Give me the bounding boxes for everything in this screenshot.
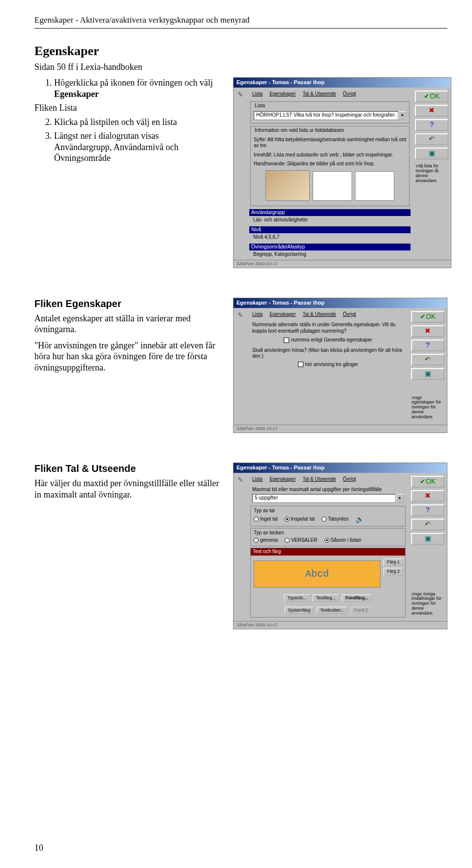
farg1-button[interactable]: Färg 1 [384, 558, 403, 566]
radio-versaler-label: VERSALER [291, 537, 317, 544]
undo-button[interactable]: ↶ [411, 354, 444, 366]
radio-inget-label: Inget tal [260, 516, 278, 523]
systemfarg-button[interactable]: Systemfärg [285, 607, 314, 614]
fond2-button[interactable]: Fond 2 [351, 607, 371, 614]
typsnitt-button[interactable]: Typsnitt... [284, 594, 310, 602]
speaker-icon[interactable] [355, 515, 364, 524]
tab-bar-3: Lista Egenskaper Tal & Utseende Övrigt [249, 475, 407, 485]
right-caption-2: Ange egenskaper för övningen för denne a… [411, 394, 445, 422]
empty-box-2 [355, 171, 394, 201]
maxline: Maximal tid eller maximalt antal uppgift… [249, 485, 407, 495]
screenshot-tal-utseende: Egenskaper - Tomas - Passar ihop Lista E… [233, 463, 447, 629]
tool-button[interactable]: ▣ [415, 148, 448, 159]
shot1-footer: 32bit/Ver 2000-10-17 [234, 260, 451, 268]
tab-tal-utseende[interactable]: Tal & Utseende [303, 311, 336, 318]
shot3-footer: 32bit/Ver 2000-10-17 [234, 621, 447, 629]
fondfarg-button[interactable]: Fondfärg... [342, 594, 372, 602]
radio-talsyntes[interactable] [322, 517, 326, 522]
tab-tal-utseende[interactable]: Tal & Utseende [303, 91, 336, 97]
typ-tal-legend: Typ av tal [254, 508, 402, 514]
step-3: Längst ner i dialogrutan visas Användarg… [54, 130, 221, 164]
dialog-title-2: Egenskaper - Tomas - Passar ihop [234, 298, 447, 308]
page-header: Egenskaper - Aktivera/avaktivera verktyg… [34, 15, 447, 25]
checkbox-hor-anvisning[interactable] [298, 362, 303, 367]
fliken-lista-heading: Fliken Lista [34, 102, 221, 114]
ok-button[interactable]: ✔OK [411, 476, 444, 488]
shot2-footer: 32bit/Ver 2000-10-17 [234, 425, 447, 433]
screenshot-egenskaper: Egenskaper - Tomas - Passar ihop Lista E… [233, 298, 447, 434]
lista-combo-value[interactable]: HÖRIHOP1.LST Vilka två hör ihop? Inspeln… [254, 111, 398, 120]
niva-value: Nivå 4,5,6,7 [249, 234, 411, 241]
shot2-line2: Skall anvisningen höras? (Man kan klicka… [249, 344, 407, 361]
text-farg-legend: Text och färg [251, 548, 405, 556]
tool-button[interactable]: ▣ [411, 533, 444, 545]
tab-ovrigt[interactable]: Övrigt [343, 311, 356, 318]
radio-versaler[interactable] [285, 538, 290, 543]
tab-lista[interactable]: Lista [252, 476, 263, 483]
tab-egenskaper[interactable]: Egenskaper [269, 476, 295, 483]
section2-p1: Antalet egenskaper att ställa in variera… [34, 313, 221, 335]
section2-p2: "Hör anvisningen tre gånger" innebär att… [34, 340, 221, 373]
info-header: Information om vald lista ur listdatabas… [254, 127, 345, 133]
tab-lista[interactable]: Lista [252, 311, 263, 318]
empty-box-1 [313, 171, 352, 201]
checkbox-numrera[interactable] [284, 338, 289, 343]
radio-inspelat[interactable] [285, 517, 290, 522]
abcd-sample: Abcd [305, 568, 329, 580]
dialog-title-3: Egenskaper - Tomas - Passar ihop [234, 463, 447, 473]
help-button[interactable]: ? [411, 340, 444, 351]
cancel-button[interactable]: ✖ [411, 490, 444, 502]
tab-bar: Lista Egenskaper Tal & Utseende Övrigt [249, 90, 411, 100]
lista-combo-dropdown[interactable]: ▼ [398, 111, 406, 120]
page-number: 10 [34, 842, 43, 854]
step-1: Högerklicka på ikonen för övningen och v… [54, 77, 221, 99]
tab-ovrigt[interactable]: Övrigt [343, 91, 356, 97]
omrade-value: Begrepp, Kategorisering [249, 251, 411, 258]
tab-bar-2: Lista Egenskaper Tal & Utseende Övrigt [249, 310, 407, 320]
radio-inget[interactable] [254, 517, 259, 522]
radio-gemena-label: gemena [260, 537, 278, 544]
anvandargrupp-header: Användargrupp [249, 209, 411, 217]
right-caption: Välj lista för övningen åt denne använda… [414, 162, 449, 186]
section3-title: Fliken Tal & Utseende [34, 463, 221, 475]
anvandargrupp-value: Läs- och skrivsvårigheter [249, 217, 411, 223]
section1-title: Egenskaper [34, 43, 447, 60]
screenshot-lista: Egenskaper - Tomas - Passar ihop Lista E… [233, 77, 451, 268]
cancel-button[interactable]: ✖ [415, 105, 448, 117]
radio-gemena[interactable] [254, 538, 259, 543]
cancel-button[interactable]: ✖ [411, 325, 444, 337]
tab-lista[interactable]: Lista [252, 91, 263, 97]
tab-ovrigt[interactable]: Övrigt [343, 476, 356, 483]
textbotten-button[interactable]: Textbotten... [317, 607, 348, 614]
max-combo-dropdown[interactable]: ▼ [396, 494, 404, 503]
info-handhavande: Handhavande: Släpa/dra de bilder på ord … [254, 161, 406, 167]
textfarg-button[interactable]: Textfärg... [313, 594, 339, 602]
check-label-1: numrera enligt Generella egenskaper [291, 337, 372, 343]
pencil-icon [237, 91, 243, 99]
tab-egenskaper[interactable]: Egenskaper [269, 91, 295, 97]
help-button[interactable]: ? [415, 119, 448, 131]
typ-tecken-legend: Typ av tecken [254, 530, 402, 536]
farg2-button[interactable]: Färg 2 [384, 568, 403, 575]
ok-button[interactable]: ✔OK [411, 311, 444, 323]
omrade-header: Övningsområde/Afasityp [249, 244, 411, 251]
step-2: Klicka på listpilen och välj en lista [54, 117, 221, 128]
section3-p1: Här väljer du maxtid per övningstillfäll… [34, 478, 221, 500]
step1-pre: Högerklicka på ikonen för övningen och v… [54, 78, 213, 88]
help-button[interactable]: ? [411, 504, 444, 516]
tab-egenskaper[interactable]: Egenskaper [269, 311, 295, 318]
niva-header: Nivå [249, 226, 411, 234]
step1-bold: Egenskaper [54, 89, 99, 99]
thumbnail-image [266, 170, 310, 201]
max-combo-value[interactable]: 5 uppgifter [252, 494, 396, 503]
ok-button[interactable]: ✔OK [415, 91, 448, 102]
right-caption-3: Ange övriga inställningar för övningen f… [411, 590, 445, 618]
radio-talsyntes-label: Talsyntes [328, 516, 349, 523]
section2-title: Fliken Egenskaper [34, 298, 221, 310]
pencil-icon [237, 476, 243, 485]
undo-button[interactable]: ↶ [411, 519, 444, 530]
tab-tal-utseende[interactable]: Tal & Utseende [303, 476, 336, 483]
undo-button[interactable]: ↶ [415, 133, 448, 145]
tool-button[interactable]: ▣ [411, 368, 444, 380]
radio-sasom[interactable] [324, 538, 329, 543]
